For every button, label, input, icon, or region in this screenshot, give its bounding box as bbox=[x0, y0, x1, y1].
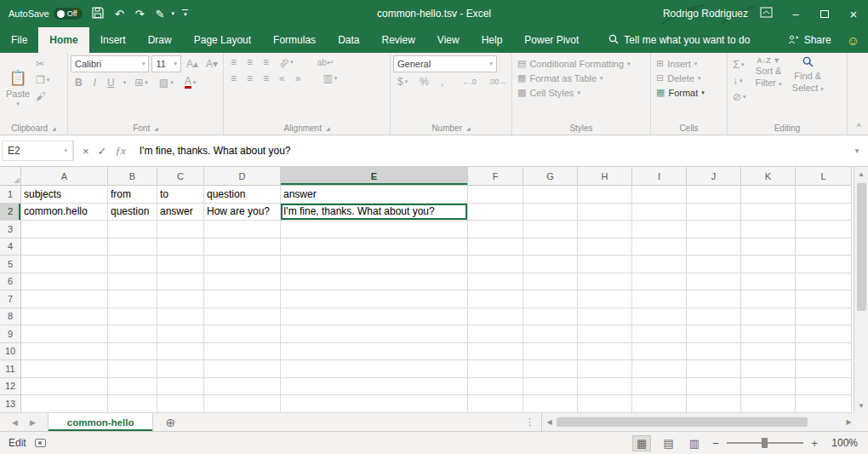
cell-J1[interactable] bbox=[687, 186, 741, 204]
cell-I11[interactable] bbox=[632, 360, 687, 378]
cell-J8[interactable] bbox=[687, 308, 741, 326]
cell-J11[interactable] bbox=[687, 360, 741, 378]
cell-E4[interactable] bbox=[281, 238, 468, 256]
collapse-ribbon-icon[interactable]: ^ bbox=[857, 53, 868, 135]
cell-I1[interactable] bbox=[632, 186, 687, 204]
row-header-6[interactable]: 6 bbox=[0, 273, 21, 291]
cell-I10[interactable] bbox=[632, 343, 687, 361]
cell-J2[interactable] bbox=[687, 204, 741, 221]
cell-G2[interactable] bbox=[523, 204, 578, 221]
cell-F2[interactable] bbox=[468, 204, 523, 221]
font-dialog-launcher-icon[interactable]: ◢ bbox=[154, 125, 158, 131]
cell-G12[interactable] bbox=[523, 378, 578, 396]
sheet-nav-left-icon[interactable]: ◀ bbox=[12, 418, 18, 427]
cell-K1[interactable] bbox=[741, 186, 796, 204]
number-dialog-launcher-icon[interactable]: ◢ bbox=[466, 125, 471, 131]
cell-L3[interactable] bbox=[796, 221, 852, 238]
cell-B7[interactable] bbox=[108, 290, 157, 308]
tab-view[interactable]: View bbox=[426, 27, 471, 53]
cell-L1[interactable] bbox=[796, 186, 852, 204]
sheet-nav-right-icon[interactable]: ▶ bbox=[30, 418, 36, 427]
decrease-decimal-icon[interactable]: .00→ bbox=[486, 77, 510, 87]
bottom-align-icon[interactable]: ≡ bbox=[260, 55, 271, 69]
cell-B1[interactable]: from bbox=[108, 186, 157, 204]
cell-D1[interactable]: question bbox=[204, 186, 281, 204]
comma-style-icon[interactable]: , bbox=[438, 75, 446, 89]
cell-L5[interactable] bbox=[796, 256, 852, 273]
cell-F8[interactable] bbox=[468, 308, 523, 326]
cell-G3[interactable] bbox=[523, 221, 578, 238]
cell-C2[interactable]: answer bbox=[157, 204, 204, 221]
cell-J5[interactable] bbox=[687, 256, 741, 273]
underline-icon[interactable]: U bbox=[105, 76, 117, 89]
save-icon[interactable] bbox=[90, 5, 106, 22]
cell-K3[interactable] bbox=[741, 221, 796, 238]
cell-E13[interactable] bbox=[281, 395, 468, 413]
tab-page-layout[interactable]: Page Layout bbox=[183, 27, 262, 53]
cell-C9[interactable] bbox=[157, 325, 204, 343]
cell-L12[interactable] bbox=[796, 378, 852, 396]
cell-B12[interactable] bbox=[108, 378, 157, 396]
column-header-B[interactable]: B bbox=[108, 167, 157, 186]
scroll-down-icon[interactable]: ▼ bbox=[854, 399, 868, 413]
cell-E5[interactable] bbox=[281, 256, 468, 273]
cell-G6[interactable] bbox=[523, 273, 578, 291]
cell-I3[interactable] bbox=[632, 221, 687, 238]
cell-L7[interactable] bbox=[796, 290, 852, 308]
delete-cells-button[interactable]: ⊟ Delete ▾ bbox=[654, 72, 724, 84]
format-as-table-button[interactable]: ▦ Format as Table ▾ bbox=[515, 72, 648, 84]
cell-K6[interactable] bbox=[741, 273, 796, 291]
cell-A9[interactable] bbox=[21, 325, 108, 343]
cell-G9[interactable] bbox=[523, 325, 578, 343]
cell-F9[interactable] bbox=[468, 325, 523, 343]
cell-E12[interactable] bbox=[281, 378, 468, 396]
cell-G11[interactable] bbox=[523, 360, 578, 378]
close-button[interactable]: × bbox=[839, 0, 868, 27]
cell-I12[interactable] bbox=[632, 378, 687, 396]
cell-F5[interactable] bbox=[468, 256, 523, 273]
zoom-slider-thumb[interactable] bbox=[762, 438, 768, 448]
customize-quick-access-icon[interactable]: ▾ bbox=[182, 9, 189, 19]
cell-F1[interactable] bbox=[468, 186, 523, 204]
cell-C13[interactable] bbox=[157, 395, 204, 413]
underline-dropdown-icon[interactable]: ▾ bbox=[123, 79, 127, 86]
zoom-slider[interactable] bbox=[727, 442, 803, 444]
autosave-toggle[interactable]: AutoSave Off bbox=[9, 8, 83, 20]
column-header-I[interactable]: I bbox=[632, 167, 687, 186]
tab-review[interactable]: Review bbox=[370, 27, 425, 53]
cell-K5[interactable] bbox=[741, 256, 796, 273]
merge-center-icon[interactable]: ▥▾ bbox=[320, 72, 340, 85]
ribbon-display-options-icon[interactable] bbox=[760, 7, 773, 20]
cell-F13[interactable] bbox=[468, 395, 523, 413]
cell-E1[interactable]: answer bbox=[281, 186, 468, 204]
scroll-right-icon[interactable]: ▶ bbox=[842, 418, 856, 426]
cell-L4[interactable] bbox=[796, 238, 852, 256]
cell-A4[interactable] bbox=[21, 238, 108, 256]
cell-H7[interactable] bbox=[578, 290, 632, 308]
row-header-9[interactable]: 9 bbox=[0, 325, 21, 343]
column-header-A[interactable]: A bbox=[21, 167, 108, 186]
cell-D8[interactable] bbox=[204, 308, 281, 326]
cancel-entry-icon[interactable]: × bbox=[83, 145, 89, 158]
cell-C3[interactable] bbox=[157, 221, 204, 238]
format-painter-icon[interactable]: 🖌 bbox=[33, 89, 52, 103]
feedback-smiley-icon[interactable]: ☺ bbox=[847, 27, 859, 53]
cell-C4[interactable] bbox=[157, 238, 204, 256]
cell-J6[interactable] bbox=[687, 273, 741, 291]
orientation-icon[interactable]: ab▾ bbox=[277, 57, 296, 68]
row-header-4[interactable]: 4 bbox=[0, 238, 21, 256]
cell-L6[interactable] bbox=[796, 273, 852, 291]
cell-B8[interactable] bbox=[108, 308, 157, 326]
cell-E3[interactable] bbox=[281, 221, 468, 238]
cell-E6[interactable] bbox=[281, 273, 468, 291]
cell-D9[interactable] bbox=[204, 325, 281, 343]
cell-A3[interactable] bbox=[21, 221, 108, 238]
copy-icon[interactable]: ❐▾ bbox=[33, 73, 52, 87]
cell-H6[interactable] bbox=[578, 273, 632, 291]
align-center-icon[interactable]: ≡ bbox=[244, 72, 255, 85]
cell-A10[interactable] bbox=[21, 343, 108, 361]
bold-icon[interactable]: B bbox=[72, 76, 85, 89]
cell-G8[interactable] bbox=[523, 308, 578, 326]
cell-D2[interactable]: How are you? bbox=[204, 204, 281, 221]
cell-G10[interactable] bbox=[523, 343, 578, 361]
